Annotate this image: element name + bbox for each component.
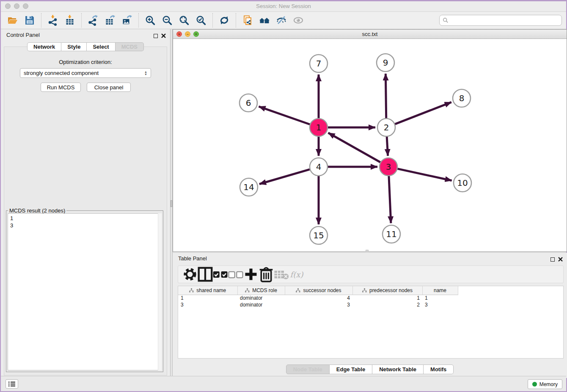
run-mcds-button[interactable]: Run MCDS: [41, 83, 81, 92]
node-1[interactable]: 1: [310, 119, 328, 136]
gear-icon[interactable]: [182, 268, 198, 280]
float-panel-icon[interactable]: [154, 34, 158, 38]
chevron-up-down-icon: ▲▼: [144, 71, 147, 76]
node-14[interactable]: 14: [240, 178, 258, 196]
column-header-successor-nodes[interactable]: successor nodes: [285, 286, 352, 295]
cell-shared-name[interactable]: 3: [178, 301, 237, 308]
criterion-dropdown[interactable]: strongly connected component ▲▼: [20, 68, 151, 78]
edge-2-9[interactable]: [385, 74, 386, 118]
table-panel: Table Panel: [173, 253, 567, 378]
table-import-icon[interactable]: [63, 14, 76, 27]
toolbar-separator: [81, 13, 82, 28]
save-icon[interactable]: [23, 14, 36, 27]
node-label: 15: [313, 230, 324, 240]
plus-icon[interactable]: [243, 268, 259, 280]
tab-select[interactable]: Select: [87, 42, 115, 51]
network-import-icon[interactable]: [47, 14, 59, 27]
network-canvas[interactable]: 7968124314101511: [173, 39, 567, 251]
zoom-out-icon[interactable]: [161, 14, 173, 27]
trash-icon[interactable]: [259, 268, 274, 280]
unchecked-boxes-icon[interactable]: [228, 268, 243, 280]
optimization-criterion-label: Optimization criterion:: [1, 59, 170, 65]
zoom-fit-icon[interactable]: [178, 14, 190, 27]
cell-predecessor-nodes[interactable]: 1: [352, 295, 422, 301]
cell-name[interactable]: 1: [422, 295, 458, 301]
edge-1-6[interactable]: [259, 107, 310, 124]
node-15[interactable]: 15: [310, 226, 328, 244]
cell-shared-name[interactable]: 1: [178, 295, 237, 301]
edge-3-1[interactable]: [328, 133, 380, 162]
column-header-name[interactable]: name: [422, 286, 458, 295]
node-7[interactable]: 7: [310, 55, 328, 72]
eye-icon[interactable]: [292, 14, 305, 27]
table-export-icon[interactable]: [104, 14, 116, 27]
mcds-result-group: MCDS result (2 nodes) 1 3: [6, 210, 163, 372]
column-header-shared-name[interactable]: shared name: [178, 286, 237, 295]
node-4[interactable]: 4: [310, 158, 328, 176]
edge-2-3[interactable]: [387, 137, 388, 156]
column-header-MCDS-role[interactable]: MCDS role: [237, 286, 285, 295]
table-panel-title: Table Panel: [178, 255, 207, 262]
columns-icon[interactable]: [198, 268, 213, 280]
toolbar-separator: [138, 13, 139, 28]
table-row[interactable]: 1dominator411: [178, 295, 458, 301]
cell-name[interactable]: 3: [422, 301, 458, 308]
zoom-check-icon[interactable]: [195, 14, 207, 27]
column-type-icon: [189, 288, 194, 293]
copy-document-icon[interactable]: [241, 14, 254, 27]
status-bar: Memory: [1, 376, 566, 391]
task-history-button[interactable]: [6, 379, 18, 389]
toolbar-separator: [41, 13, 41, 28]
zoom-in-icon[interactable]: [144, 14, 157, 27]
edge-2-8[interactable]: [395, 102, 451, 124]
node-2[interactable]: 2: [377, 119, 395, 136]
close-panel-icon[interactable]: [558, 256, 563, 263]
edge-3-10[interactable]: [397, 169, 451, 181]
cell-MCDS-role[interactable]: dominator: [237, 295, 285, 301]
node-label: 10: [457, 178, 468, 188]
close-panel-icon[interactable]: [161, 32, 166, 40]
edge-4-14[interactable]: [259, 169, 310, 184]
node-label: 8: [459, 93, 465, 103]
node-11[interactable]: 11: [383, 225, 400, 243]
tab-network[interactable]: Network: [27, 42, 61, 51]
memory-button[interactable]: Memory: [528, 379, 562, 389]
cell-predecessor-nodes[interactable]: 2: [352, 301, 422, 308]
edge-3-11[interactable]: [389, 176, 391, 223]
main-toolbar: [1, 12, 566, 29]
node-6[interactable]: 6: [239, 94, 257, 112]
tab-mcds[interactable]: MCDS: [116, 42, 144, 51]
table-row[interactable]: 3dominator323: [178, 301, 458, 308]
node-8[interactable]: 8: [453, 89, 471, 107]
cell-MCDS-role[interactable]: dominator: [237, 301, 285, 308]
cell-successor-nodes[interactable]: 3: [285, 301, 352, 308]
tab-node-table[interactable]: Node Table: [286, 364, 330, 374]
splitter-grip[interactable]: [171, 200, 172, 207]
refresh-icon[interactable]: [218, 14, 231, 27]
column-header-predecessor-nodes[interactable]: predecessor nodes: [352, 286, 422, 295]
criterion-value: strongly connected component: [24, 70, 99, 76]
result-scrollbar[interactable]: [158, 213, 162, 370]
application-window: Session: New Session: [0, 0, 567, 392]
mcds-result-title: MCDS result (2 nodes): [8, 207, 66, 214]
tab-style[interactable]: Style: [61, 42, 87, 51]
float-panel-icon[interactable]: [550, 257, 555, 262]
node-9[interactable]: 9: [377, 54, 394, 72]
node-10[interactable]: 10: [454, 174, 471, 192]
node-3[interactable]: 3: [380, 158, 397, 176]
tab-network-table[interactable]: Network Table: [372, 364, 424, 374]
window-resize-handle[interactable]: [366, 250, 369, 252]
network-export-icon[interactable]: [87, 14, 99, 27]
search-input[interactable]: [439, 15, 562, 26]
checked-boxes-icon[interactable]: [213, 268, 228, 280]
window-title: Session: New Session: [1, 3, 566, 9]
houses-icon[interactable]: [258, 14, 271, 27]
eye-slash-icon[interactable]: [275, 14, 288, 27]
node-label: 6: [246, 98, 251, 108]
image-export-icon[interactable]: [121, 14, 133, 27]
cell-successor-nodes[interactable]: 4: [285, 295, 352, 301]
folder-open-icon[interactable]: [6, 14, 19, 27]
tab-edge-table[interactable]: Edge Table: [330, 364, 372, 374]
tab-motifs[interactable]: Motifs: [424, 364, 454, 374]
close-panel-button[interactable]: Close panel: [87, 83, 131, 92]
